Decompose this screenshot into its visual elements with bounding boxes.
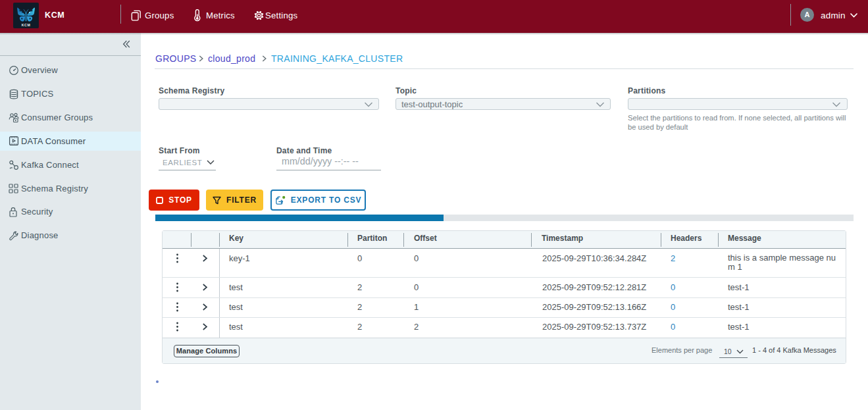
svg-text:KCM: KCM bbox=[22, 23, 31, 27]
